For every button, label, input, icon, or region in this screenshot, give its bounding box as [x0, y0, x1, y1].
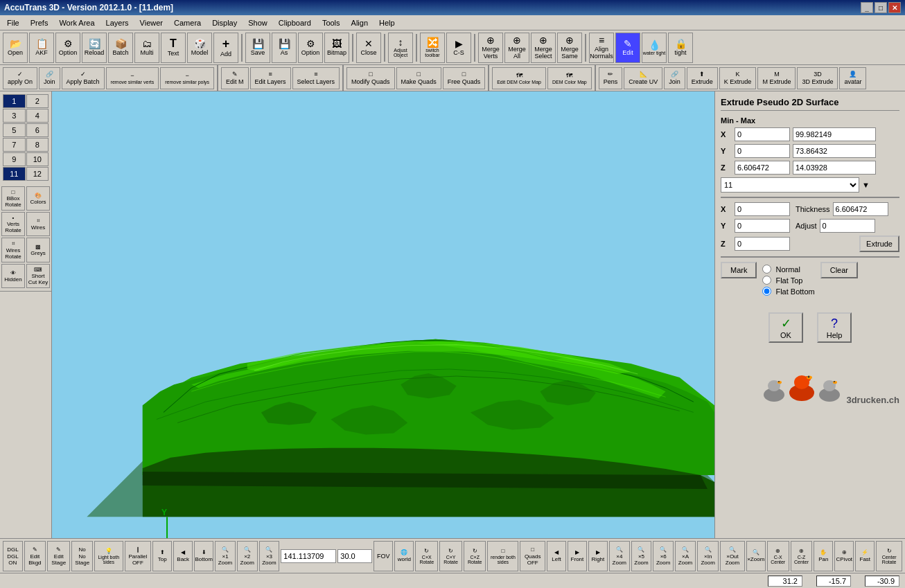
option-button[interactable]: ⚙Option [55, 33, 80, 63]
wires-button[interactable]: ⌗Wires [26, 212, 50, 236]
zoom2-button[interactable]: 🔍×2 Zoom [237, 541, 258, 571]
rotate-z-button[interactable]: ↻C×Z Rotate [464, 541, 486, 571]
layer-4[interactable]: 4 [26, 109, 49, 123]
layer-5[interactable]: 5 [3, 123, 26, 137]
clear-button[interactable]: Clear [820, 262, 858, 278]
window-controls[interactable]: _ □ ✕ [861, 2, 901, 13]
pan-button[interactable]: ✋Pan [814, 541, 833, 571]
z-max-input[interactable] [793, 161, 876, 175]
minimize-button[interactable]: _ [861, 2, 873, 13]
menu-viewer[interactable]: Viewer [136, 17, 167, 28]
ok-button[interactable]: ✓ OK [768, 312, 803, 343]
x-min-input[interactable] [735, 127, 790, 141]
layer-10[interactable]: 10 [26, 152, 49, 166]
demmap-button[interactable]: 🗺DEM Color Map [547, 67, 592, 89]
mergesame-button[interactable]: ⊕Merge Same [557, 33, 582, 63]
menu-file[interactable]: File [3, 17, 24, 28]
bbox-rotate-button[interactable]: □BBox Rotate [1, 186, 25, 211]
z-min-input[interactable] [735, 161, 790, 175]
layer-7[interactable]: 7 [3, 138, 26, 152]
text-button[interactable]: TText [161, 33, 186, 63]
flat-top-radio[interactable] [762, 276, 771, 285]
hidden-button[interactable]: 👁Hidden [1, 264, 25, 288]
extrude-button[interactable]: ⬆Extrude [687, 67, 718, 89]
layer-2[interactable]: 2 [26, 94, 49, 108]
mergeselect-button[interactable]: ⊕Merge Select [531, 33, 556, 63]
adjust-input[interactable] [820, 219, 875, 233]
front-button[interactable]: ▶Front [568, 541, 587, 571]
editlayers-button[interactable]: ≡Edit Layers [250, 67, 291, 89]
avatar-button[interactable]: 👤avatar [839, 67, 866, 89]
menu-tools[interactable]: Tools [318, 17, 344, 28]
menu-show[interactable]: Show [244, 17, 272, 28]
editm-button[interactable]: ✎Edit M [221, 67, 249, 89]
cpivot-button[interactable]: ⊕CPivot [834, 541, 854, 571]
z-val-input[interactable] [735, 237, 790, 251]
save-button[interactable]: 💾Save [245, 33, 270, 63]
greys-button[interactable]: ▩Greys [26, 238, 50, 262]
left-button[interactable]: ◀Left [547, 541, 566, 571]
edit-button[interactable]: ✎Edit [615, 33, 640, 63]
y-max-input[interactable] [793, 144, 876, 158]
menu-help[interactable]: Help [375, 17, 399, 28]
center-rotate-button[interactable]: ↻Center Rotate [876, 541, 902, 571]
layer-1[interactable]: 1 [3, 94, 26, 108]
zoom-zoom-button[interactable]: 🔍×Zoom [746, 541, 766, 571]
thickness-input[interactable] [833, 202, 888, 216]
maximize-button[interactable]: □ [875, 2, 887, 13]
join2-button[interactable]: 🔗Join [664, 67, 685, 89]
layer-6[interactable]: 6 [26, 123, 49, 137]
coord-display-input[interactable] [281, 549, 336, 563]
center-x-button[interactable]: ⊕C-X Center [767, 541, 789, 571]
adjustobj-button[interactable]: ↕Adjust Object [388, 33, 413, 63]
zoom5-button[interactable]: 🔍×5 Zoom [631, 541, 652, 571]
applyon-button[interactable]: ✓apply On [3, 67, 37, 89]
zoom-a-button[interactable]: 🔍×A Zoom [675, 541, 696, 571]
freequads-button[interactable]: □Free Quads [443, 67, 486, 89]
batch-button[interactable]: 📦Batch [108, 33, 133, 63]
y-val-input[interactable] [735, 219, 790, 233]
zoom-in-button[interactable]: 🔍×In Zoom [697, 541, 719, 571]
join-button[interactable]: 🔗Join [39, 67, 60, 89]
zoom-out-button[interactable]: 🔍×Out Zoom [720, 541, 744, 571]
mergeverts-button[interactable]: ⊕Merge Verts [478, 33, 503, 63]
removesim-button[interactable]: −remove similar verts [106, 67, 159, 89]
applybatch-button[interactable]: ✓Apply Batch [62, 67, 105, 89]
rotate-y-button[interactable]: ↻C×Y Rotate [439, 541, 462, 571]
menu-workarea[interactable]: Work Area [55, 17, 98, 28]
saveas-button[interactable]: 💾As [272, 33, 297, 63]
water-button[interactable]: 💧water tight [642, 33, 667, 63]
demcolormap-button[interactable]: 🗺Edit DEM Color Map [492, 67, 546, 89]
removepoly-button[interactable]: −remove similar polys [160, 67, 214, 89]
edit-stage-button[interactable]: ✎Edit Stage [47, 541, 70, 571]
y-min-input[interactable] [735, 144, 790, 158]
zoom6-button[interactable]: 🔍×6 Zoom [653, 541, 674, 571]
world-button[interactable]: 🌐world [394, 541, 414, 571]
layer-8[interactable]: 8 [26, 138, 49, 152]
layer-3[interactable]: 3 [3, 109, 26, 123]
rotate-x-button[interactable]: ↻C×X Rotate [415, 541, 438, 571]
center-z-button[interactable]: ⊕C-Z Center [791, 541, 813, 571]
menu-prefs[interactable]: Prefs [26, 17, 53, 28]
bitmap-button[interactable]: 🖼Bitmap [324, 33, 349, 63]
mextrude-button[interactable]: MM Extrude [757, 67, 796, 89]
flat-bottom-radio[interactable] [762, 287, 771, 296]
menu-camera[interactable]: Camera [170, 17, 205, 28]
close-button2[interactable]: ✕Close [356, 33, 381, 63]
edit-bkgd-button[interactable]: ✎Edit Bkgd [24, 541, 46, 571]
layer-12[interactable]: 12 [26, 167, 49, 181]
layer-9[interactable]: 9 [3, 152, 26, 166]
open-button[interactable]: 📂Open [3, 33, 28, 63]
layer-11[interactable]: 11 [3, 167, 26, 181]
parallel-off-button[interactable]: ∥Parallel OFF [125, 541, 152, 571]
option2-button[interactable]: ⚙Option [298, 33, 323, 63]
no-stage-button[interactable]: NoNo Stage [71, 541, 93, 571]
3dextrude-button[interactable]: 3D3D Extrude [797, 67, 838, 89]
alignnormals-button[interactable]: ≡Align Normals [589, 33, 614, 63]
extrude-panel-button[interactable]: Extrude [859, 235, 899, 252]
menu-clipboard[interactable]: Clipboard [274, 17, 315, 28]
model-button[interactable]: 🎲Model [187, 33, 212, 63]
menu-layers[interactable]: Layers [102, 17, 133, 28]
render-both-button[interactable]: □render both sides [487, 541, 518, 571]
pens-button[interactable]: ✏Pens [599, 67, 623, 89]
